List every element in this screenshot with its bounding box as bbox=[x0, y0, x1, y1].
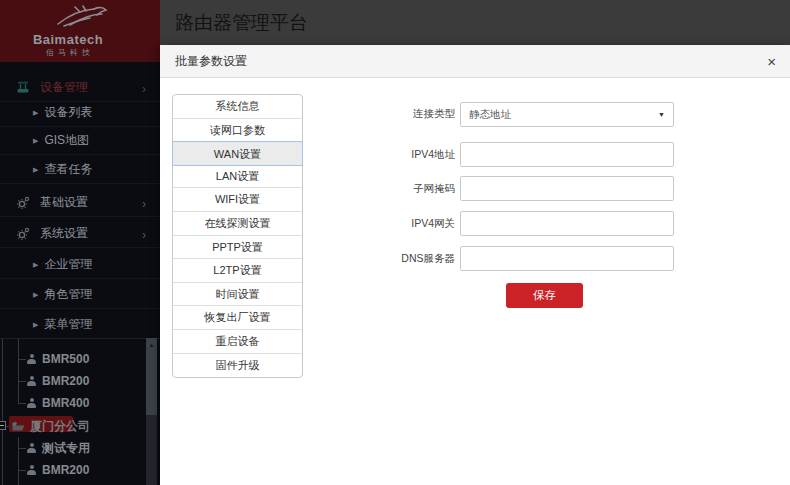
batch-settings-modal: 批量参数设置 × 系统信息 读网口参数 WAN设置 LAN设置 WIFI设置 在… bbox=[160, 45, 790, 485]
close-icon[interactable]: × bbox=[767, 45, 776, 78]
tab-pptp-settings[interactable]: PPTP设置 bbox=[173, 236, 302, 260]
device-icon bbox=[27, 354, 36, 364]
device-icon bbox=[27, 398, 36, 408]
sidebar-item-menu-management[interactable]: ▶ 菜单管理 bbox=[0, 311, 160, 339]
device-icon bbox=[27, 376, 36, 386]
tree-node-xiamen-branch[interactable]: 厦门分公司 bbox=[12, 418, 90, 434]
sidebar-item-label: 设备管理 bbox=[40, 79, 88, 96]
device-tree: BMR500 BMR200 BMR400 厦门分公司 测试专用 BMR200 bbox=[0, 338, 160, 485]
tab-lan-settings[interactable]: LAN设置 bbox=[173, 165, 302, 189]
sidebar-item-basic-settings[interactable]: 基础设置 › bbox=[0, 189, 160, 217]
tree-collapse-toggle[interactable] bbox=[0, 421, 6, 430]
tree-connector bbox=[18, 381, 26, 382]
top-header: 路由器管理平台 bbox=[160, 0, 790, 45]
tab-time-settings[interactable]: 时间设置 bbox=[173, 283, 302, 307]
tree-connector bbox=[2, 339, 3, 485]
tree-connector bbox=[18, 339, 19, 403]
dns-server-input[interactable] bbox=[460, 246, 674, 271]
tab-wifi-settings[interactable]: WIFI设置 bbox=[173, 188, 302, 212]
tree-node-test-device[interactable]: 测试专用 bbox=[27, 440, 90, 456]
sidebar: Baimatech 佰马科技 设备管理 › ▶ 设备列表 ▶ GIS地图 ▶ 查… bbox=[0, 0, 160, 485]
triangle-right-icon: ▶ bbox=[33, 137, 38, 145]
ipv4-gateway-label: IPV4网关 bbox=[365, 217, 455, 231]
gear-icon bbox=[16, 196, 30, 210]
router-icon bbox=[16, 81, 30, 95]
scroll-up-icon[interactable]: ▲ bbox=[146, 338, 157, 352]
selected-option: 静态地址 bbox=[469, 108, 511, 120]
tab-system-info[interactable]: 系统信息 bbox=[173, 95, 302, 119]
tree-connector bbox=[18, 448, 26, 449]
tree-node-bmr200[interactable]: BMR200 bbox=[27, 373, 89, 389]
tree-connector bbox=[18, 437, 19, 485]
tree-node-label: BMR500 bbox=[42, 352, 89, 366]
sidebar-item-label: 设备列表 bbox=[44, 104, 92, 121]
sidebar-item-label: 查看任务 bbox=[44, 161, 92, 178]
chevron-right-icon: › bbox=[142, 226, 146, 240]
ipv4-gateway-input[interactable] bbox=[460, 211, 674, 236]
sidebar-item-view-tasks[interactable]: ▶ 查看任务 bbox=[0, 156, 160, 184]
open-folder-icon bbox=[12, 421, 25, 432]
subnet-mask-label: 子网掩码 bbox=[365, 182, 455, 196]
chevron-right-icon: › bbox=[142, 80, 146, 94]
sidebar-item-label: 角色管理 bbox=[44, 286, 92, 303]
ipv4-address-input[interactable] bbox=[460, 142, 674, 167]
sidebar-item-label: 菜单管理 bbox=[44, 316, 92, 333]
sidebar-item-gis-map[interactable]: ▶ GIS地图 bbox=[0, 127, 160, 155]
triangle-right-icon: ▶ bbox=[33, 166, 38, 174]
tree-node-label: BMR200 bbox=[42, 463, 89, 477]
sidebar-item-label: 系统设置 bbox=[40, 225, 88, 242]
tab-online-probe-settings[interactable]: 在线探测设置 bbox=[173, 212, 302, 236]
modal-title: 批量参数设置 bbox=[160, 45, 790, 78]
gear-icon bbox=[16, 227, 30, 241]
sidebar-item-role-management[interactable]: ▶ 角色管理 bbox=[0, 281, 160, 309]
tree-node-bmr200-2[interactable]: BMR200 bbox=[27, 462, 89, 478]
triangle-right-icon: ▶ bbox=[33, 321, 38, 329]
ipv4-address-label: IPV4地址 bbox=[365, 148, 455, 162]
page-title: 路由器管理平台 bbox=[160, 0, 790, 45]
tree-node-bmr400[interactable]: BMR400 bbox=[27, 395, 89, 411]
brand-name: Baimatech bbox=[0, 32, 136, 47]
tab-factory-reset[interactable]: 恢复出厂设置 bbox=[173, 306, 302, 330]
sidebar-item-enterprise-management[interactable]: ▶ 企业管理 bbox=[0, 251, 160, 279]
triangle-right-icon: ▶ bbox=[33, 261, 38, 269]
settings-tab-list: 系统信息 读网口参数 WAN设置 LAN设置 WIFI设置 在线探测设置 PPT… bbox=[172, 94, 303, 378]
brand-name-cn: 佰马科技 bbox=[0, 47, 140, 58]
tree-node-bmr500[interactable]: BMR500 bbox=[27, 351, 89, 367]
horse-logo-icon bbox=[50, 4, 110, 30]
tab-reboot-device[interactable]: 重启设备 bbox=[173, 330, 302, 354]
connection-type-select[interactable]: 静态地址 ▼ bbox=[460, 102, 674, 127]
tree-node-label: 测试专用 bbox=[42, 440, 90, 457]
triangle-right-icon: ▶ bbox=[33, 109, 38, 117]
sidebar-item-label: GIS地图 bbox=[44, 132, 89, 149]
tree-scrollbar[interactable]: ▲ bbox=[146, 338, 157, 485]
save-button[interactable]: 保存 bbox=[506, 283, 583, 308]
chevron-right-icon: › bbox=[142, 195, 146, 209]
tree-connector bbox=[18, 403, 26, 404]
modal-header: 批量参数设置 × bbox=[160, 45, 790, 78]
tab-l2tp-settings[interactable]: L2TP设置 bbox=[173, 259, 302, 283]
sidebar-item-label: 企业管理 bbox=[44, 256, 92, 273]
tab-firmware-upgrade[interactable]: 固件升级 bbox=[173, 354, 302, 378]
device-icon bbox=[27, 465, 36, 475]
tab-wan-settings[interactable]: WAN设置 bbox=[172, 141, 303, 166]
triangle-right-icon: ▶ bbox=[33, 291, 38, 299]
scrollbar-thumb[interactable] bbox=[146, 352, 157, 415]
caret-down-icon: ▼ bbox=[658, 103, 665, 126]
sidebar-item-device-management[interactable]: 设备管理 › bbox=[0, 74, 160, 102]
logo-block: Baimatech 佰马科技 bbox=[0, 0, 160, 62]
sidebar-item-label: 基础设置 bbox=[40, 194, 88, 211]
tree-connector bbox=[18, 359, 26, 360]
device-icon bbox=[27, 443, 36, 453]
subnet-mask-input[interactable] bbox=[460, 176, 674, 201]
dns-server-label: DNS服务器 bbox=[365, 252, 455, 266]
tree-connector bbox=[18, 470, 26, 471]
connection-type-label: 连接类型 bbox=[365, 107, 455, 121]
sidebar-item-device-list[interactable]: ▶ 设备列表 bbox=[0, 99, 160, 127]
sidebar-item-system-settings[interactable]: 系统设置 › bbox=[0, 220, 160, 248]
tab-read-port-params[interactable]: 读网口参数 bbox=[173, 119, 302, 143]
tree-node-label: 厦门分公司 bbox=[30, 418, 90, 435]
tree-node-label: BMR400 bbox=[42, 396, 89, 410]
tree-node-label: BMR200 bbox=[42, 374, 89, 388]
